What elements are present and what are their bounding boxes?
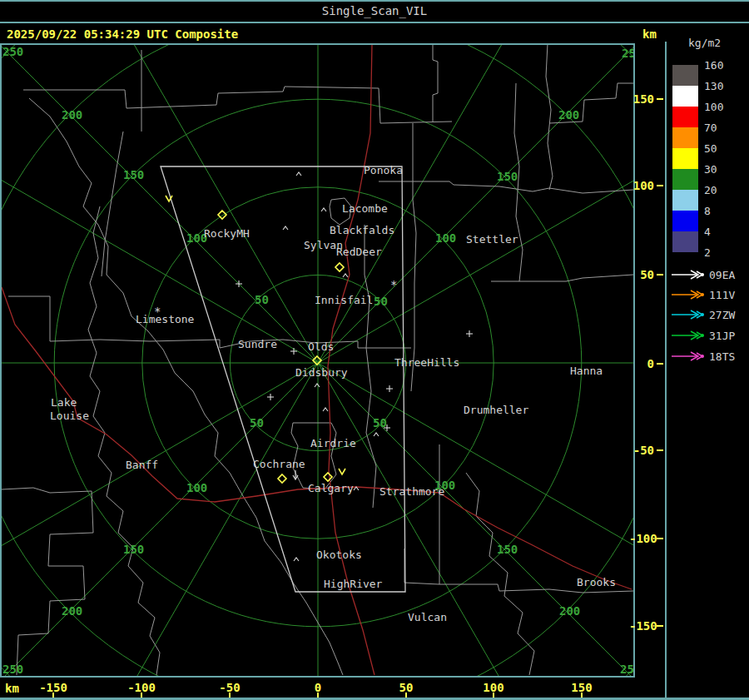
city-label-blackfalds: Blackfalds [330, 224, 394, 236]
vil-scale-swatch [672, 231, 698, 252]
vil-scale-value: 100 [704, 101, 723, 113]
range-ring-label: 200 [62, 108, 82, 122]
range-ring-label: 250 [620, 663, 635, 676]
city-label-olds: Olds [308, 340, 334, 353]
city-label-banff: Banff [126, 459, 158, 471]
range-ring-label: 200 [559, 604, 580, 618]
city-label-stettler: Stettler [466, 233, 518, 246]
range-ring-label: 250 [622, 47, 635, 60]
top-border [0, 0, 749, 2]
right-axis-tick-label: 100 [629, 179, 654, 192]
radar-map-canvas[interactable]: 2502001501005050100150200250501001502002… [0, 43, 635, 678]
track-id-label: 111V [709, 289, 735, 301]
legend-separator [665, 42, 667, 700]
track-arrow-icon [671, 270, 707, 280]
vil-scale-swatch [672, 190, 698, 211]
vil-scale-value: 130 [704, 80, 723, 92]
city-label-strathmore: Strathmore [379, 485, 444, 498]
range-ring-label: 150 [123, 168, 144, 181]
track-arrow-icon [671, 351, 707, 361]
vil-scale-swatch [672, 127, 698, 148]
title-divider [0, 22, 749, 23]
vil-scale-value: 20 [704, 184, 717, 196]
city-label-airdrie: Airdrie [310, 437, 356, 449]
vil-scale-swatch [672, 169, 698, 190]
city-label-drumheller: Drumheller [464, 404, 528, 416]
vil-scale-swatch [672, 211, 698, 231]
window-title: Single_Scan_VIL [0, 4, 749, 17]
track-id-label: 31JP [709, 330, 735, 342]
city-label-cochrane: Cochrane [253, 458, 305, 470]
range-ring-label: 250 [2, 45, 23, 58]
range-ring-label: 200 [558, 108, 579, 122]
right-axis-tick-label: -50 [629, 444, 654, 457]
city-label-threehills: ThreeHills [394, 356, 459, 369]
vil-scale-swatch [672, 86, 698, 107]
vil-scale-value: 8 [704, 205, 711, 217]
timestamp-line: 2025/09/22 05:34:29 UTC Composite [7, 27, 238, 41]
city-label-hanna: Hanna [570, 365, 603, 377]
range-ring-label: 150 [497, 170, 518, 183]
right-axis-tick-label: -100 [629, 532, 654, 545]
range-ring-label: 150 [123, 543, 144, 556]
vil-scale-value: 4 [704, 226, 711, 238]
city-label-ponoka: Ponoka [364, 164, 403, 176]
city-label-reddeer: RedDeer [336, 246, 382, 258]
city-label-rockymh: RockyMH [204, 227, 250, 240]
vil-scale-value: 50 [704, 142, 717, 155]
range-ring-label: 150 [497, 543, 518, 556]
range-ring-label: 50 [250, 416, 264, 429]
range-ring-label: 50 [255, 293, 269, 306]
track-arrow-icon [671, 290, 707, 300]
vil-scale-swatch [672, 107, 698, 127]
city-label-okotoks: Okotoks [316, 549, 362, 561]
city-label-calgary: Calgary [308, 482, 354, 494]
range-ring-label: 250 [2, 663, 23, 676]
radar-map[interactable]: 2502001501005050100150200250501001502002… [0, 43, 635, 681]
right-axis-tick [657, 538, 663, 539]
vil-scale-value: 160 [704, 59, 723, 72]
track-arrow-icon [671, 310, 707, 320]
svg-text:*: * [154, 305, 161, 318]
track-arrow-icon [671, 330, 707, 340]
star-marker: * [390, 278, 397, 291]
bottom-axis-unit-label: km [5, 682, 19, 695]
right-axis-tick-label: 50 [629, 268, 654, 281]
right-axis-tick-label: -150 [629, 619, 654, 633]
city-label-innisfail: Innisfail [315, 294, 373, 306]
track-id-label: 27ZW [709, 309, 735, 321]
right-axis-tick [657, 185, 663, 186]
city-label-didsbury: Didsbury [295, 366, 348, 379]
city-label-louise: Louise [50, 410, 89, 422]
vil-scale-value: 70 [704, 122, 717, 134]
city-label-brooks: Brooks [577, 576, 616, 588]
right-axis-tick [657, 274, 663, 276]
star-marker: * [154, 305, 161, 318]
right-axis-tick [657, 98, 663, 100]
right-axis-unit-label: km [642, 27, 657, 41]
right-axis-tick-label: 150 [629, 92, 654, 106]
city-label-vulcan: Vulcan [408, 611, 447, 623]
track-id-label: 09EA [709, 269, 735, 281]
vil-scale-unit-label: kg/m2 [688, 37, 721, 49]
city-label-lake: Lake [51, 396, 77, 409]
right-axis-tick [657, 449, 663, 451]
range-ring-label: 100 [186, 481, 207, 494]
range-ring-label: 50 [374, 295, 388, 308]
city-label-lacombe: Lacombe [342, 202, 388, 215]
vil-scale-swatch [672, 65, 698, 86]
app-window: Single_Scan_VIL 2025/09/22 05:34:29 UTC … [0, 0, 749, 700]
city-label-sundre: Sundre [238, 338, 277, 350]
right-axis-tick-label: 0 [629, 357, 654, 370]
vil-scale-value: 30 [704, 163, 717, 176]
right-axis-tick [657, 625, 663, 627]
range-ring-label: 100 [435, 231, 456, 245]
vil-scale-swatch [672, 148, 698, 169]
city-label-limestone: Limestone [136, 313, 195, 325]
city-label-highriver: HighRiver [324, 578, 383, 590]
svg-text:*: * [390, 278, 397, 291]
track-id-label: 18TS [709, 350, 735, 363]
right-axis-tick [657, 363, 663, 365]
range-ring-label: 200 [62, 604, 82, 618]
vil-scale-value: 2 [704, 246, 711, 259]
